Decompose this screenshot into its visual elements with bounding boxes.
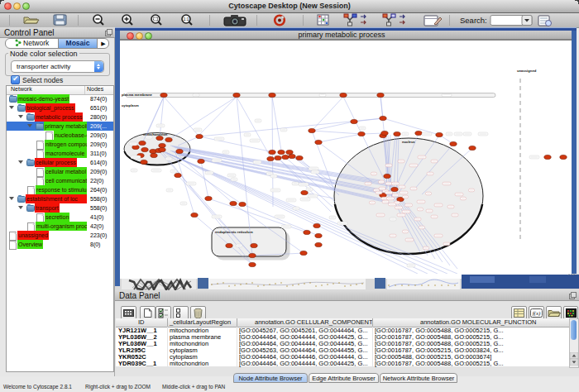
- svg-text:unassigned: unassigned: [517, 69, 537, 73]
- svg-text:1:1: 1:1: [184, 17, 189, 22]
- svg-text:f(x): f(x): [533, 310, 541, 317]
- svg-text:plasma membrane: plasma membrane: [122, 93, 152, 97]
- svg-text:endoplasmic reticulum: endoplasmic reticulum: [215, 230, 253, 234]
- svg-text:cytoplasm: cytoplasm: [122, 103, 139, 108]
- svg-text:nucleus: nucleus: [402, 140, 415, 144]
- svg-text:Search:: Search:: [460, 16, 487, 25]
